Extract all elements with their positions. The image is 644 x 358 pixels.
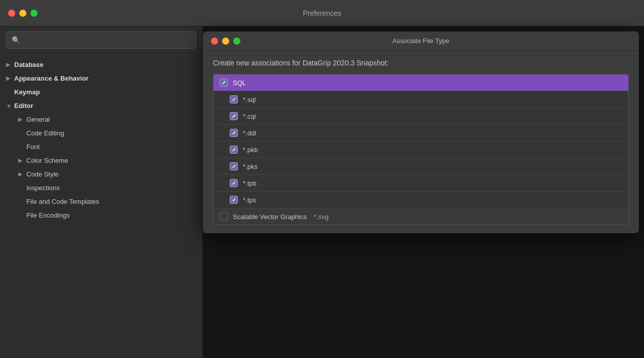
ft-checkbox-pks-ext[interactable] [230, 162, 238, 170]
ft-checkbox-sql[interactable] [220, 79, 228, 87]
ft-checkbox-tpb-ext[interactable] [230, 179, 238, 187]
ft-checkbox-ddl-ext[interactable] [230, 129, 238, 137]
sidebar-item-label: File Encodings [26, 211, 69, 219]
ft-label-pkb-ext: *.pkb [243, 146, 258, 154]
sidebar-item-keymap[interactable]: Keymap [0, 85, 202, 99]
sidebar-item-code-editing[interactable]: Code Editing [0, 126, 202, 140]
close-button[interactable] [8, 10, 15, 17]
sidebar-item-label: File and Code Templates [26, 198, 99, 205]
spacer [18, 130, 26, 136]
ft-label-svg: Scalable Vector Graphics [233, 213, 307, 221]
ft-checkbox-sql-ext[interactable] [230, 95, 238, 103]
ft-label-sql-ext: *.sql [243, 96, 256, 103]
ft-row-ddl-ext[interactable]: *.ddl [213, 125, 628, 141]
ft-row-sql-ext[interactable]: *.sql [213, 91, 628, 108]
maximize-button[interactable] [30, 10, 38, 17]
ft-label-ddl-ext: *.ddl [243, 129, 256, 137]
window-title: Preferences [303, 9, 341, 17]
ft-label-sql: SQL [233, 79, 246, 87]
sidebar-item-appearance[interactable]: ▶ Appearance & Behavior [0, 71, 202, 85]
sidebar: 🔍 ▶ Database ▶ Appearance & Behavior Key… [0, 26, 203, 358]
ft-checkbox-tps-ext[interactable] [230, 196, 238, 204]
sidebar-item-inspections[interactable]: Inspections [0, 181, 202, 195]
modal-close-button[interactable] [211, 38, 218, 45]
chevron-right-icon: ▶ [18, 116, 26, 123]
title-bar: Preferences [0, 0, 644, 26]
minimize-button[interactable] [19, 10, 26, 17]
ft-checkbox-svg[interactable] [220, 212, 228, 221]
associate-file-type-modal: Associate File Type Create new associati… [203, 31, 639, 233]
ft-ext-svg: *.svg [314, 213, 329, 221]
sidebar-item-color-scheme[interactable]: ▶ Color Scheme [0, 154, 202, 167]
sidebar-item-code-style[interactable]: ▶ Code Style [0, 167, 202, 181]
search-input[interactable] [24, 37, 191, 44]
modal-maximize-button[interactable] [233, 38, 240, 45]
sidebar-item-label: Color Scheme [26, 157, 68, 164]
modal-title: Associate File Type [392, 37, 449, 45]
chevron-right-icon: ▶ [6, 75, 14, 82]
chevron-right-icon: ▶ [18, 171, 26, 177]
chevron-down-icon: ▼ [6, 103, 14, 109]
ft-row-svg[interactable]: Scalable Vector Graphics *.svg [213, 208, 628, 225]
sidebar-item-file-encodings[interactable]: File Encodings [0, 208, 202, 222]
modal-minimize-button[interactable] [222, 38, 229, 45]
modal-body: Create new associations for DataGrip 202… [203, 51, 639, 233]
sidebar-item-label: Appearance & Behavior [14, 75, 89, 82]
sidebar-item-label: Inspections [26, 184, 60, 192]
content-area: Editor › File Types Recognized File Type… [203, 26, 644, 358]
traffic-lights [8, 10, 38, 17]
ft-row-tpb-ext[interactable]: *.tpb [213, 175, 628, 192]
chevron-right-icon: ▶ [6, 61, 14, 68]
sidebar-item-label: Editor [14, 102, 33, 110]
ft-row-pks-ext[interactable]: *.pks [213, 158, 628, 175]
main-layout: 🔍 ▶ Database ▶ Appearance & Behavior Key… [0, 26, 644, 358]
sidebar-item-label: Font [26, 143, 40, 151]
ft-checkbox-pkb-ext[interactable] [230, 146, 238, 154]
ft-label-tpb-ext: *.tpb [243, 180, 257, 187]
spacer [18, 144, 26, 150]
nav-tree: ▶ Database ▶ Appearance & Behavior Keyma… [0, 54, 202, 358]
spacer [6, 89, 14, 95]
sidebar-item-label: Database [14, 61, 44, 68]
ft-label-cql-ext: *.cql [243, 113, 256, 120]
spacer [18, 185, 26, 191]
sidebar-item-label: Keymap [14, 88, 40, 96]
sidebar-item-file-code-templates[interactable]: File and Code Templates [0, 195, 202, 208]
modal-overlay: Associate File Type Create new associati… [203, 26, 644, 358]
ft-label-tps-ext: *.tps [243, 196, 256, 204]
modal-traffic-lights [211, 38, 240, 45]
spacer [18, 212, 26, 219]
ft-row-cql-ext[interactable]: *.cql [213, 108, 628, 125]
sidebar-item-font[interactable]: Font [0, 140, 202, 154]
ft-checkbox-cql-ext[interactable] [230, 112, 238, 120]
ft-row-sql[interactable]: SQL [213, 75, 628, 91]
search-icon: 🔍 [12, 36, 20, 44]
sidebar-item-label: Code Style [26, 170, 59, 178]
modal-subtitle: Create new associations for DataGrip 202… [213, 59, 629, 67]
file-type-list: SQL *.sql *.cql [213, 74, 629, 225]
search-bar[interactable]: 🔍 [6, 31, 196, 49]
sidebar-item-editor[interactable]: ▼ Editor [0, 99, 202, 113]
ft-label-pks-ext: *.pks [243, 163, 258, 170]
modal-titlebar: Associate File Type [203, 31, 639, 51]
sidebar-item-general[interactable]: ▶ General [0, 113, 202, 126]
ft-row-tps-ext[interactable]: *.tps [213, 192, 628, 208]
sidebar-item-label: Code Editing [26, 129, 64, 137]
sidebar-item-label: General [26, 116, 50, 123]
ft-row-pkb-ext[interactable]: *.pkb [213, 141, 628, 158]
spacer [18, 199, 26, 205]
chevron-right-icon: ▶ [18, 157, 26, 164]
sidebar-item-database[interactable]: ▶ Database [0, 58, 202, 71]
